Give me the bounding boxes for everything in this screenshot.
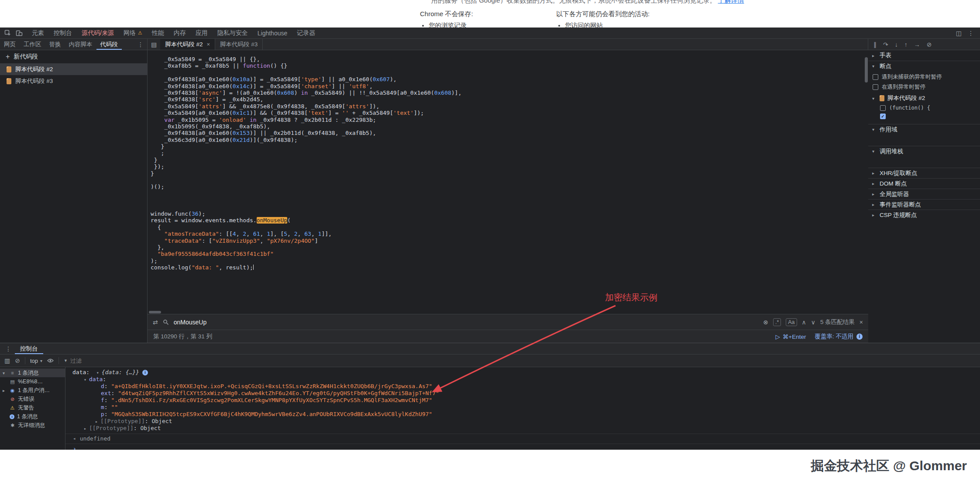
nav-tab-snippets[interactable]: 代码段 <box>96 39 122 50</box>
expand-caret-icon[interactable]: ▸ <box>84 426 89 431</box>
code-line[interactable]: ; <box>151 150 868 156</box>
match-case-toggle-icon[interactable]: Aa <box>786 318 797 326</box>
console-sidebar-errors[interactable]: ⊘ 无错误 <box>0 395 65 403</box>
device-toolbar-icon[interactable] <box>16 30 23 37</box>
checkbox-checked[interactable]: ✓ <box>880 114 886 119</box>
coverage-link[interactable]: 覆盖率: 不适用 i <box>815 333 863 341</box>
breakpoint-entry[interactable]: ✓ <box>868 112 980 120</box>
console-object-row[interactable]: m: "" <box>65 404 980 411</box>
code-line[interactable]: } <box>151 157 868 163</box>
dom-breakpoints-header[interactable]: ▸ DOM 断点 <box>868 178 980 189</box>
drawer-menu-icon[interactable]: ⋮ <box>2 346 15 352</box>
code-line[interactable]: _0x5a5849['attrs'] && _0x4875e8(_0x9f483… <box>151 103 868 110</box>
pause-on-uncaught-row[interactable]: 遇到未捕获的异常时暂停 <box>868 72 980 82</box>
expand-caret-icon[interactable]: ▾ <box>84 377 89 382</box>
open-file-list-icon[interactable]: ▤ <box>148 41 160 48</box>
code-line[interactable]: } <box>151 170 868 177</box>
clear-console-icon[interactable]: ⊘ <box>15 358 20 364</box>
console-object-row[interactable]: p: "MGQahS3SWbIRIIH2Q5tcpES9xCXVfGF6BjC4… <box>65 411 980 418</box>
pause-on-caught-row[interactable]: 在遇到异常时暂停 <box>868 82 980 92</box>
close-icon[interactable]: × <box>207 41 210 48</box>
console-object-row[interactable]: f: ".dNn5/TshDXi.Fz/xRxGEc0VISg5zcwg2Pom… <box>65 397 980 404</box>
replace-toggle-icon[interactable]: ⇄ <box>153 319 158 325</box>
console-tab[interactable]: 控制台 <box>15 343 43 354</box>
scope-section-header[interactable]: ▾ 作用域 <box>868 124 980 134</box>
code-line[interactable]: _0x9f4838['async'] = !(a0_0x1e60(0x608) … <box>151 90 868 96</box>
close-find-icon[interactable]: × <box>860 319 863 325</box>
callstack-section-header[interactable]: ▾ 调用堆栈 <box>868 146 980 156</box>
step-into-icon[interactable]: ↓ <box>895 41 898 48</box>
code-line[interactable]: { <box>151 224 868 231</box>
code-line[interactable] <box>151 69 868 76</box>
expand-caret-icon[interactable]: ▾ <box>96 370 102 375</box>
code-line[interactable]: result = window.events.methods.onMouseUp… <box>151 217 868 224</box>
step-icon[interactable]: → <box>914 41 920 48</box>
console-object-row[interactable]: d: "a+QIbdEfHkloI8t.iyY0XXEJqtw.ixoP.+Qc… <box>65 383 980 390</box>
code-line[interactable]: _0x5a5849 = _0x5a5849 || {}, <box>151 56 868 62</box>
snippet-item-3[interactable]: 脚本代码段 #3 <box>0 75 147 87</box>
event-listener-breakpoints-header[interactable]: ▸ 事件监听器断点 <box>868 199 980 210</box>
info-icon[interactable]: i <box>142 370 148 375</box>
more-options-icon[interactable]: ⋮ <box>968 30 974 36</box>
editor-tab-snippet-2[interactable]: 脚本代码段 #2 × <box>160 39 215 50</box>
tab-performance[interactable]: 性能 <box>147 28 169 38</box>
code-line[interactable]: _0x9f4838[a0_0x1e60(0x10a)] = _0x5a5849[… <box>151 76 868 83</box>
run-snippet-button[interactable]: ▷ ⌘+Enter <box>775 333 806 340</box>
code-line[interactable]: "atmosTraceData": [[4, 2, 61, 1], [5, 2,… <box>151 231 868 237</box>
watch-section-header[interactable]: ▸ 手表 <box>868 50 980 61</box>
code-line[interactable]: _0x56c3d9[a0_0x1e60(0x21d)](_0x9f4838); <box>151 137 868 143</box>
code-line[interactable]: _0x9f4838[a0_0x1e60(0x153)] || _0x2b011d… <box>151 130 868 136</box>
tab-sources[interactable]: 源代码/来源 <box>77 28 119 38</box>
nav-tab-page[interactable]: 网页 <box>0 39 20 50</box>
console-filter-input[interactable] <box>70 358 166 364</box>
code-line[interactable]: _0x9f4838[a0_0x1e60(0x14c)] = _0x5a5849[… <box>151 83 868 90</box>
more-tabs-icon[interactable]: ⋮ <box>134 41 147 48</box>
find-input[interactable] <box>174 319 758 326</box>
code-line[interactable] <box>151 190 868 197</box>
clear-search-icon[interactable]: ⊗ <box>763 319 768 325</box>
code-line[interactable]: }, <box>151 244 868 251</box>
console-object-row[interactable]: ▸ [[Prototype]]: Object <box>65 425 980 432</box>
code-line[interactable]: var _0x1b5095 = 'onload' in _0x9f4838 ? … <box>151 117 868 123</box>
snippet-item-2[interactable]: 脚本代码段 #2 <box>0 63 147 75</box>
next-match-icon[interactable]: ∨ <box>811 319 815 325</box>
nav-tab-content-scripts[interactable]: 内容脚本 <box>65 39 96 50</box>
code-line[interactable] <box>151 177 868 183</box>
console-object-row[interactable]: ▾ data: <box>65 376 980 383</box>
editor-horizontal-scrollbar[interactable] <box>148 310 868 314</box>
console-object-row[interactable]: ▸ [[Prototype]]: Object <box>65 418 980 425</box>
console-object-row[interactable]: data: ▾ {data: {…}}i <box>65 369 980 376</box>
console-sidebar-verbose[interactable]: ✱ 无详细消息 <box>0 421 65 430</box>
tab-network[interactable]: 网络⚠ <box>119 28 147 38</box>
code-line[interactable]: _0x9f4838['src'] = _0x4b2d45, <box>151 96 868 103</box>
console-object-row[interactable]: ext: "d4twqZiQF5pz9RhhZflCXYtS5xWizv9Hg0… <box>65 390 980 397</box>
console-sidebar-file[interactable]: ▤ %E8%8… <box>0 377 65 386</box>
csp-violation-breakpoints-header[interactable]: ▸ CSP 违规断点 <box>868 210 980 220</box>
live-expression-eye-icon[interactable] <box>47 358 54 363</box>
code-line[interactable]: _0x5a5849[a0_0x1e60(0x1c1)] && (_0x9f483… <box>151 110 868 116</box>
tab-elements[interactable]: 元素 <box>27 28 49 38</box>
tab-recorder[interactable]: 记录器 <box>292 28 320 38</box>
code-line[interactable]: _0x1b5095(_0x9f4838, _0xaf8b5), <box>151 123 868 130</box>
code-line[interactable]: window.func(36); <box>151 210 868 217</box>
checkbox-unchecked[interactable] <box>873 84 878 90</box>
expand-caret-icon[interactable]: ▸ <box>95 419 100 424</box>
tab-console[interactable]: 控制台 <box>49 28 77 38</box>
learn-more-link[interactable]: 了解详情 <box>718 0 744 4</box>
code-line[interactable]: ); <box>151 258 868 264</box>
editor-vertical-scrollbar[interactable] <box>864 50 868 314</box>
dock-side-icon[interactable]: ◫ <box>956 30 962 36</box>
tab-application[interactable]: 应用 <box>191 28 213 38</box>
code-editor[interactable]: _0x5a5849 = _0x5a5849 || {}, _0xaf8b5 = … <box>148 50 868 314</box>
previous-match-icon[interactable]: ∧ <box>802 319 806 325</box>
inspect-cursor-icon[interactable] <box>4 30 11 37</box>
code-line[interactable] <box>151 197 868 203</box>
console-sidebar-warnings[interactable]: ⚠ 无警告 <box>0 403 65 412</box>
code-line[interactable]: } <box>151 143 868 150</box>
tab-memory[interactable]: 内存 <box>169 28 191 38</box>
tab-privacy-security[interactable]: 隐私与安全 <box>213 28 253 38</box>
deactivate-breakpoints-icon[interactable]: ⊘ <box>927 41 932 48</box>
context-selector[interactable]: top ▾ <box>30 358 42 364</box>
new-snippet-button[interactable]: + 新代码段 <box>0 50 147 63</box>
breakpoints-section-header[interactable]: ▾ 断点 <box>868 61 980 71</box>
